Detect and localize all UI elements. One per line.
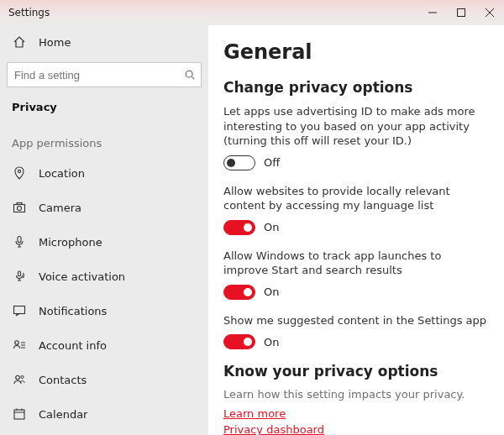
sidebar-item-home[interactable]: Home (0, 25, 208, 59)
privacy-link[interactable]: Privacy dashboard (223, 423, 487, 435)
option-description: Allow websites to provide locally releva… (223, 184, 487, 213)
search-icon (179, 69, 201, 81)
titlebar: Settings (0, 0, 504, 25)
microphone-icon (12, 235, 27, 249)
toggle-state-label: On (264, 286, 279, 298)
sidebar-category: Privacy (0, 94, 208, 122)
toggle-switch[interactable] (223, 155, 255, 170)
svg-point-4 (18, 207, 22, 211)
toggle-state-label: On (264, 221, 279, 233)
svg-point-10 (16, 375, 20, 380)
contacts-icon (12, 373, 27, 386)
privacy-option: Show me suggested content in the Setting… (223, 313, 487, 350)
sidebar-item-calendar[interactable]: Calendar (0, 396, 208, 431)
location-icon (12, 166, 27, 180)
privacy-option: Allow websites to provide locally releva… (223, 184, 487, 235)
maximize-button[interactable] (447, 0, 475, 25)
page-subheading: Change privacy options (223, 79, 487, 96)
svg-rect-3 (14, 205, 25, 212)
toggle-state-label: On (264, 336, 279, 349)
sidebar-item-microphone[interactable]: Microphone (0, 224, 208, 259)
svg-rect-0 (458, 9, 465, 17)
option-description: Let apps use advertising ID to make ads … (223, 104, 487, 149)
account-info-icon (12, 338, 27, 352)
close-button[interactable] (475, 0, 504, 25)
sidebar-item-camera[interactable]: Camera (0, 190, 208, 224)
sidebar-item-contacts[interactable]: Contacts (0, 362, 208, 396)
svg-point-2 (18, 170, 20, 172)
svg-rect-7 (18, 271, 21, 276)
sidebar-item-label: Microphone (39, 236, 102, 249)
privacy-option: Allow Windows to track app launches to i… (223, 249, 487, 300)
sidebar-item-label: Contacts (39, 374, 87, 386)
sidebar-item-notifications[interactable]: Notifications (0, 293, 208, 328)
svg-rect-5 (17, 203, 22, 205)
sidebar: Home Privacy App permissions Location (0, 25, 208, 435)
svg-rect-6 (18, 237, 21, 243)
option-description: Show me suggested content in the Setting… (223, 313, 487, 328)
svg-point-1 (186, 71, 192, 77)
toggle-switch[interactable] (223, 220, 255, 235)
sidebar-item-label: Camera (39, 202, 81, 214)
privacy-option: Let apps use advertising ID to make ads … (223, 104, 487, 170)
calendar-icon (12, 407, 27, 421)
sidebar-item-voice-activation[interactable]: Voice activation (0, 259, 208, 293)
option-description: Allow Windows to track app launches to i… (223, 249, 487, 278)
home-icon (12, 35, 27, 49)
notifications-icon (12, 304, 27, 317)
svg-rect-12 (14, 410, 24, 419)
search-input[interactable] (7, 62, 202, 87)
toggle-switch[interactable] (223, 285, 255, 300)
sidebar-item-label: Notifications (39, 305, 107, 317)
settings-window: Settings Home (0, 0, 504, 435)
minimize-button[interactable] (418, 0, 447, 25)
content-pane[interactable]: General Change privacy options Let apps … (208, 25, 504, 435)
sidebar-item-label: Home (39, 36, 71, 49)
svg-rect-8 (14, 307, 25, 314)
voice-activation-icon (12, 270, 27, 283)
sidebar-section-permissions: App permissions (0, 122, 208, 156)
svg-point-11 (21, 375, 24, 378)
sidebar-item-label: Account info (39, 339, 107, 352)
sidebar-item-account-info[interactable]: Account info (0, 328, 208, 362)
know-subtext: Learn how this setting impacts your priv… (223, 388, 487, 401)
toggle-state-label: Off (264, 156, 280, 169)
window-title: Settings (0, 7, 50, 18)
camera-icon (12, 201, 27, 214)
sidebar-item-label: Voice activation (39, 270, 125, 283)
page-heading: General (223, 40, 487, 64)
toggle-switch[interactable] (223, 334, 255, 349)
sidebar-item-label: Calendar (39, 408, 87, 421)
know-heading: Know your privacy options (223, 363, 487, 380)
sidebar-item-label: Location (39, 167, 85, 180)
sidebar-item-location[interactable]: Location (0, 156, 208, 190)
svg-point-9 (15, 341, 19, 345)
privacy-link[interactable]: Learn more (223, 407, 487, 420)
search-field[interactable] (8, 63, 179, 86)
